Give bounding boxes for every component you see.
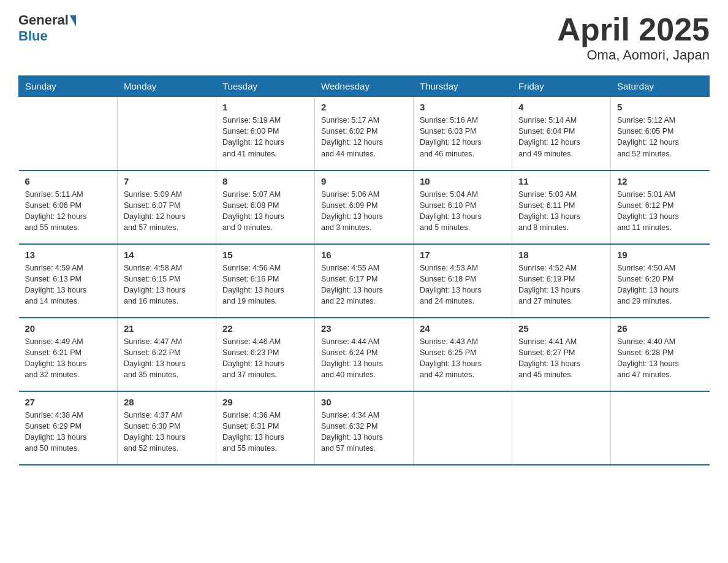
day-info: Sunrise: 4:47 AM Sunset: 6:22 PM Dayligh… <box>124 336 210 381</box>
calendar-cell: 3Sunrise: 5:16 AM Sunset: 6:03 PM Daylig… <box>414 97 512 170</box>
calendar-cell: 10Sunrise: 5:04 AM Sunset: 6:10 PM Dayli… <box>414 170 512 244</box>
calendar-week-row: 13Sunrise: 4:59 AM Sunset: 6:13 PM Dayli… <box>19 244 710 318</box>
day-number: 24 <box>420 323 506 334</box>
day-info: Sunrise: 4:43 AM Sunset: 6:25 PM Dayligh… <box>420 336 506 381</box>
calendar-cell: 12Sunrise: 5:01 AM Sunset: 6:12 PM Dayli… <box>611 170 710 244</box>
day-number: 23 <box>321 323 407 334</box>
header-thursday: Thursday <box>414 76 512 97</box>
calendar-cell: 25Sunrise: 4:41 AM Sunset: 6:27 PM Dayli… <box>512 318 611 391</box>
day-number: 10 <box>420 176 506 186</box>
calendar-cell: 5Sunrise: 5:12 AM Sunset: 6:05 PM Daylig… <box>611 97 710 170</box>
header-sunday: Sunday <box>19 76 118 97</box>
calendar-header-row: SundayMondayTuesdayWednesdayThursdayFrid… <box>19 76 710 97</box>
header-tuesday: Tuesday <box>216 76 315 97</box>
day-info: Sunrise: 5:16 AM Sunset: 6:03 PM Dayligh… <box>420 115 506 159</box>
header-monday: Monday <box>118 76 216 97</box>
calendar-cell: 22Sunrise: 4:46 AM Sunset: 6:23 PM Dayli… <box>216 318 315 391</box>
calendar-cell <box>414 391 512 465</box>
day-number: 16 <box>321 250 407 260</box>
calendar-cell: 1Sunrise: 5:19 AM Sunset: 6:00 PM Daylig… <box>216 97 315 170</box>
logo-blue-text: Blue <box>18 28 76 44</box>
header-wednesday: Wednesday <box>315 76 414 97</box>
day-info: Sunrise: 4:37 AM Sunset: 6:30 PM Dayligh… <box>124 410 210 454</box>
day-info: Sunrise: 4:52 AM Sunset: 6:19 PM Dayligh… <box>518 262 604 307</box>
day-number: 5 <box>617 102 703 112</box>
day-info: Sunrise: 4:41 AM Sunset: 6:27 PM Dayligh… <box>518 336 604 381</box>
calendar-cell: 28Sunrise: 4:37 AM Sunset: 6:30 PM Dayli… <box>118 391 216 465</box>
day-number: 26 <box>617 323 703 334</box>
day-number: 15 <box>222 250 308 260</box>
logo: General Blue <box>18 12 76 45</box>
day-info: Sunrise: 4:46 AM Sunset: 6:23 PM Dayligh… <box>222 336 308 381</box>
day-info: Sunrise: 4:44 AM Sunset: 6:24 PM Dayligh… <box>321 336 407 381</box>
title-block: April 2025 Oma, Aomori, Japan <box>557 12 710 63</box>
day-info: Sunrise: 5:09 AM Sunset: 6:07 PM Dayligh… <box>124 189 210 234</box>
day-number: 13 <box>25 250 112 260</box>
day-info: Sunrise: 5:14 AM Sunset: 6:04 PM Dayligh… <box>518 115 604 159</box>
day-number: 14 <box>124 250 210 260</box>
calendar-cell: 24Sunrise: 4:43 AM Sunset: 6:25 PM Dayli… <box>414 318 512 391</box>
calendar-title: April 2025 <box>557 12 710 47</box>
day-number: 4 <box>518 102 604 112</box>
day-number: 19 <box>617 250 703 260</box>
day-number: 21 <box>124 323 210 334</box>
calendar-cell: 9Sunrise: 5:06 AM Sunset: 6:09 PM Daylig… <box>315 170 414 244</box>
day-info: Sunrise: 5:19 AM Sunset: 6:00 PM Dayligh… <box>222 115 308 159</box>
day-number: 2 <box>321 102 407 112</box>
day-number: 27 <box>25 397 112 407</box>
calendar-cell: 4Sunrise: 5:14 AM Sunset: 6:04 PM Daylig… <box>512 97 611 170</box>
calendar-cell: 13Sunrise: 4:59 AM Sunset: 6:13 PM Dayli… <box>19 244 118 318</box>
calendar-subtitle: Oma, Aomori, Japan <box>557 47 710 63</box>
day-info: Sunrise: 4:55 AM Sunset: 6:17 PM Dayligh… <box>321 262 407 307</box>
day-info: Sunrise: 4:56 AM Sunset: 6:16 PM Dayligh… <box>222 262 308 307</box>
header-saturday: Saturday <box>611 76 710 97</box>
day-info: Sunrise: 4:36 AM Sunset: 6:31 PM Dayligh… <box>222 410 308 454</box>
day-number: 8 <box>222 176 308 186</box>
day-number: 11 <box>518 176 604 186</box>
logo-general-text: General <box>18 12 69 28</box>
calendar-cell: 6Sunrise: 5:11 AM Sunset: 6:06 PM Daylig… <box>19 170 118 244</box>
calendar-cell: 27Sunrise: 4:38 AM Sunset: 6:29 PM Dayli… <box>19 391 118 465</box>
calendar-cell <box>611 391 710 465</box>
day-number: 28 <box>124 397 210 407</box>
calendar-cell: 18Sunrise: 4:52 AM Sunset: 6:19 PM Dayli… <box>512 244 611 318</box>
calendar-week-row: 1Sunrise: 5:19 AM Sunset: 6:00 PM Daylig… <box>19 97 710 170</box>
calendar-cell: 23Sunrise: 4:44 AM Sunset: 6:24 PM Dayli… <box>315 318 414 391</box>
calendar-cell: 30Sunrise: 4:34 AM Sunset: 6:32 PM Dayli… <box>315 391 414 465</box>
day-number: 9 <box>321 176 407 186</box>
day-number: 22 <box>222 323 308 334</box>
day-info: Sunrise: 4:53 AM Sunset: 6:18 PM Dayligh… <box>420 262 506 307</box>
calendar-week-row: 20Sunrise: 4:49 AM Sunset: 6:21 PM Dayli… <box>19 318 710 391</box>
calendar-cell: 8Sunrise: 5:07 AM Sunset: 6:08 PM Daylig… <box>216 170 315 244</box>
day-info: Sunrise: 4:38 AM Sunset: 6:29 PM Dayligh… <box>25 410 112 454</box>
calendar-cell <box>118 97 216 170</box>
day-info: Sunrise: 5:12 AM Sunset: 6:05 PM Dayligh… <box>617 115 703 159</box>
calendar-cell: 15Sunrise: 4:56 AM Sunset: 6:16 PM Dayli… <box>216 244 315 318</box>
day-info: Sunrise: 4:34 AM Sunset: 6:32 PM Dayligh… <box>321 410 407 454</box>
day-info: Sunrise: 4:40 AM Sunset: 6:28 PM Dayligh… <box>617 336 703 381</box>
calendar-cell: 21Sunrise: 4:47 AM Sunset: 6:22 PM Dayli… <box>118 318 216 391</box>
header-friday: Friday <box>512 76 611 97</box>
calendar-cell: 19Sunrise: 4:50 AM Sunset: 6:20 PM Dayli… <box>611 244 710 318</box>
day-info: Sunrise: 5:17 AM Sunset: 6:02 PM Dayligh… <box>321 115 407 159</box>
day-number: 12 <box>617 176 703 186</box>
day-number: 3 <box>420 102 506 112</box>
day-info: Sunrise: 5:03 AM Sunset: 6:11 PM Dayligh… <box>518 189 604 234</box>
calendar-cell <box>512 391 611 465</box>
calendar-cell: 17Sunrise: 4:53 AM Sunset: 6:18 PM Dayli… <box>414 244 512 318</box>
day-number: 1 <box>222 102 308 112</box>
page-header: General Blue April 2025 Oma, Aomori, Jap… <box>18 12 710 63</box>
calendar-cell: 11Sunrise: 5:03 AM Sunset: 6:11 PM Dayli… <box>512 170 611 244</box>
day-info: Sunrise: 5:07 AM Sunset: 6:08 PM Dayligh… <box>222 189 308 234</box>
logo-triangle-icon <box>70 15 76 26</box>
calendar-cell: 29Sunrise: 4:36 AM Sunset: 6:31 PM Dayli… <box>216 391 315 465</box>
calendar-cell: 20Sunrise: 4:49 AM Sunset: 6:21 PM Dayli… <box>19 318 118 391</box>
calendar-week-row: 6Sunrise: 5:11 AM Sunset: 6:06 PM Daylig… <box>19 170 710 244</box>
calendar-cell: 26Sunrise: 4:40 AM Sunset: 6:28 PM Dayli… <box>611 318 710 391</box>
day-info: Sunrise: 4:58 AM Sunset: 6:15 PM Dayligh… <box>124 262 210 307</box>
calendar-cell <box>19 97 118 170</box>
day-info: Sunrise: 5:04 AM Sunset: 6:10 PM Dayligh… <box>420 189 506 234</box>
day-number: 6 <box>25 176 112 186</box>
day-info: Sunrise: 4:50 AM Sunset: 6:20 PM Dayligh… <box>617 262 703 307</box>
day-info: Sunrise: 5:06 AM Sunset: 6:09 PM Dayligh… <box>321 189 407 234</box>
